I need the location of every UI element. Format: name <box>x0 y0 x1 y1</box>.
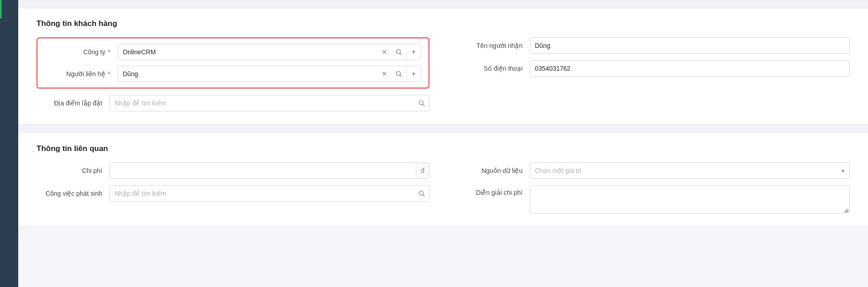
search-icon <box>418 100 425 106</box>
customer-info-grid: Công ty * ✕ <box>37 37 850 111</box>
dia-diem-label: Địa điểm lắp đặt <box>37 99 110 107</box>
nguoi-lien-he-input[interactable] <box>118 66 377 82</box>
currency-suffix: đ <box>416 163 429 178</box>
related-info-title: Thông tin liên quan <box>37 144 850 153</box>
nguoi-lien-he-add-button[interactable]: + <box>406 66 421 82</box>
svg-line-1 <box>400 53 402 55</box>
nguoi-lien-he-label: Người liên hệ * <box>45 70 118 78</box>
chi-phi-label: Chi phí <box>37 167 110 174</box>
cong-ty-label: Công ty * <box>45 48 118 56</box>
chi-phi-input-group: đ <box>110 162 429 179</box>
cong-ty-input[interactable] <box>118 44 377 60</box>
customer-info-section: Thông tin khách hàng Công ty * <box>18 8 868 125</box>
svg-line-3 <box>400 75 402 77</box>
customer-info-left: Công ty * ✕ <box>37 37 429 111</box>
nguon-du-lieu-row: Nguồn dữ liệu Chọn một giá trị ▾ <box>457 162 850 179</box>
ten-nguoi-nhan-label: Tên người nhận <box>457 42 530 49</box>
highlighted-fields-box: Công ty * ✕ <box>37 37 429 89</box>
sidebar <box>0 0 18 287</box>
dien-giai-row: Diễn giải chi phí ◢ <box>457 185 850 214</box>
dien-giai-textarea-wrapper: ◢ <box>530 185 850 214</box>
section-gap <box>18 125 868 133</box>
so-dien-thoai-row: Số điện thoại <box>457 60 850 77</box>
dia-diem-input-group <box>110 95 429 111</box>
nguoi-lien-he-search-button[interactable] <box>392 66 406 82</box>
nguon-du-lieu-select-wrapper: Chọn một giá trị ▾ <box>530 162 850 179</box>
top-divider <box>18 0 868 8</box>
cong-ty-row: Công ty * ✕ <box>45 44 421 60</box>
nguoi-lien-he-row: Người liên hệ * ✕ <box>45 66 421 82</box>
page-wrapper: Thông tin khách hàng Công ty * <box>0 0 868 287</box>
search-icon <box>396 49 402 55</box>
so-dien-thoai-label: Số điện thoại <box>457 65 530 72</box>
search-icon <box>396 71 402 77</box>
customer-info-title: Thông tin khách hàng <box>37 19 850 28</box>
sidebar-accent <box>0 0 2 18</box>
ten-nguoi-nhan-input[interactable] <box>530 37 850 54</box>
dien-giai-textarea[interactable] <box>530 186 849 213</box>
related-info-right: Nguồn dữ liệu Chọn một giá trị ▾ Diễn gi… <box>457 162 850 214</box>
dia-diem-row: Địa điểm lắp đặt <box>37 95 429 111</box>
cong-viec-search-button[interactable] <box>414 186 429 201</box>
svg-line-5 <box>423 104 425 106</box>
ten-nguoi-nhan-row: Tên người nhận <box>457 37 850 54</box>
cong-ty-required: * <box>108 48 110 56</box>
cong-ty-add-button[interactable]: + <box>406 44 421 60</box>
nguoi-lien-he-input-group: ✕ + <box>118 66 421 82</box>
customer-info-right: Tên người nhận Số điện thoại <box>457 37 850 111</box>
nguoi-lien-he-clear-button[interactable]: ✕ <box>377 66 392 82</box>
chi-phi-row: Chi phí đ <box>37 162 429 179</box>
cong-viec-label: Công việc phát sinh <box>37 190 110 197</box>
related-info-grid: Chi phí đ Công việc phát sinh <box>37 162 850 214</box>
related-info-left: Chi phí đ Công việc phát sinh <box>37 162 429 214</box>
cong-viec-input[interactable] <box>110 186 414 201</box>
nguon-du-lieu-select[interactable]: Chọn một giá trị <box>530 163 849 178</box>
related-info-section: Thông tin liên quan Chi phí đ Công việc <box>18 133 868 227</box>
dia-diem-input[interactable] <box>110 95 414 111</box>
cong-ty-input-group: ✕ + <box>118 44 421 60</box>
cong-viec-input-group <box>110 185 429 202</box>
main-content: Thông tin khách hàng Công ty * <box>18 0 868 287</box>
cong-ty-search-button[interactable] <box>392 44 406 60</box>
chi-phi-input[interactable] <box>110 163 416 178</box>
svg-line-7 <box>423 195 425 197</box>
dia-diem-search-button[interactable] <box>414 95 429 111</box>
cong-viec-row: Công việc phát sinh <box>37 185 429 202</box>
nguoi-lien-he-required: * <box>108 70 110 78</box>
nguon-du-lieu-label: Nguồn dữ liệu <box>457 167 530 174</box>
search-icon <box>418 190 425 197</box>
so-dien-thoai-input[interactable] <box>530 60 850 77</box>
dien-giai-label: Diễn giải chi phí <box>457 185 530 196</box>
cong-ty-clear-button[interactable]: ✕ <box>377 44 392 60</box>
resize-handle-icon: ◢ <box>843 207 848 212</box>
